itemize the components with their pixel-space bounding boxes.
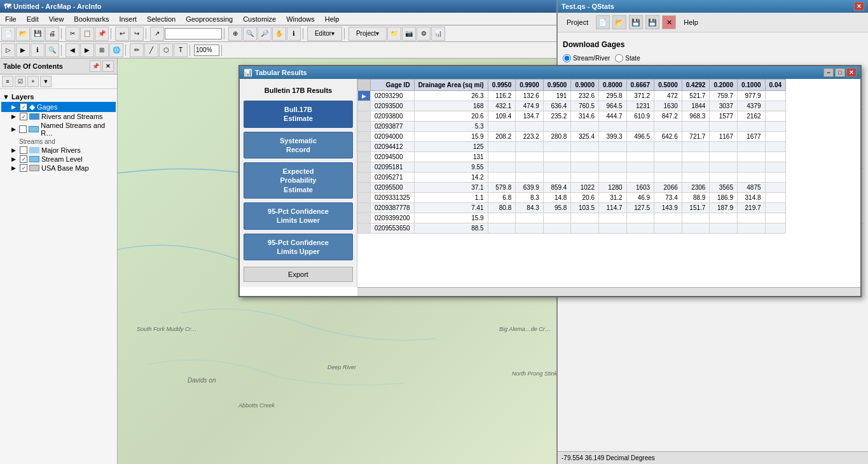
draw-tool[interactable]: ✏: [130, 43, 144, 57]
menu-edit[interactable]: Edit: [22, 14, 44, 24]
col-header-gage-id[interactable]: Gage ID: [371, 80, 415, 91]
paste-btn[interactable]: 📌: [95, 27, 109, 41]
usa-checkbox[interactable]: [20, 164, 27, 172]
editor-btn[interactable]: Editor▾: [307, 27, 342, 41]
menu-windows[interactable]: Windows: [281, 14, 320, 24]
stream-expand[interactable]: ▶: [11, 156, 18, 162]
undo-btn[interactable]: ↩: [115, 27, 129, 41]
menu-geoprocessing[interactable]: Geoprocessing: [181, 14, 238, 24]
gages-checkbox[interactable]: [20, 103, 27, 111]
qstats-close-icon[interactable]: ✕: [662, 15, 676, 29]
toc-add-btn[interactable]: +: [27, 76, 39, 87]
col-header-0950[interactable]: 0.9500: [543, 80, 571, 91]
stream-checkbox[interactable]: [20, 155, 27, 163]
arrow-tool[interactable]: ↗: [150, 27, 164, 41]
redo-btn[interactable]: ↪: [130, 27, 144, 41]
col-header-004[interactable]: 0.04: [765, 80, 785, 91]
confidence-lower-btn[interactable]: 95-Pct ConfidenceLimits Lower: [244, 202, 353, 230]
data-table-container[interactable]: Gage ID Drainage Area (sq mi) 0.9950 0.9…: [357, 79, 860, 287]
qstats-menu-help[interactable]: Help: [679, 15, 703, 29]
menu-help[interactable]: Help: [320, 14, 345, 24]
menu-selection[interactable]: Selection: [142, 14, 181, 24]
globe-btn[interactable]: 🌐: [109, 43, 123, 57]
rivers-expand[interactable]: ▶: [11, 113, 18, 120]
table-row[interactable]: 0209550037.1579.8639.9859.41022128016032…: [358, 183, 786, 193]
usa-expand[interactable]: ▶: [11, 165, 18, 171]
named-expand[interactable]: ▶: [11, 126, 17, 132]
col-header-0429[interactable]: 0.4292: [682, 80, 710, 91]
stream-river-radio-label[interactable]: Stream/River: [563, 54, 610, 62]
new-btn[interactable]: 📄: [1, 27, 15, 41]
named-checkbox[interactable]: [19, 125, 27, 133]
table-row[interactable]: 02093500168432.1474.9636.4760.5964.51231…: [358, 101, 786, 111]
copy-btn[interactable]: 📋: [80, 27, 94, 41]
table-row[interactable]: 02093313251.16.88.314.820.631.246.973.48…: [358, 193, 786, 203]
extent-btn[interactable]: ⊞: [95, 43, 109, 57]
tabular-minimize[interactable]: −: [823, 68, 834, 77]
table-row[interactable]: 0209527114.2: [358, 172, 786, 183]
select2-btn[interactable]: ▶: [16, 43, 30, 57]
col-header-0800[interactable]: 0.8000: [599, 80, 627, 91]
print-btn[interactable]: 🖨: [45, 27, 59, 41]
cut-btn[interactable]: ✂: [65, 27, 79, 41]
line-tool[interactable]: ╱: [144, 43, 158, 57]
qstats-close[interactable]: ✕: [854, 2, 864, 11]
toc-item-stream-level[interactable]: ▶ Stream Level: [1, 155, 116, 164]
menu-view[interactable]: View: [44, 14, 69, 24]
col-header-0667[interactable]: 0.6667: [626, 80, 654, 91]
pan-tool[interactable]: ✋: [272, 27, 286, 41]
tb-misc4[interactable]: 📊: [431, 27, 445, 41]
table-row[interactable]: 020939920015.9: [358, 213, 786, 223]
col-header-0500[interactable]: 0.5000: [654, 80, 682, 91]
bull17b-btn[interactable]: Bull.17BEstimate: [244, 101, 353, 128]
poly-tool[interactable]: ⬡: [159, 43, 173, 57]
confidence-upper-btn[interactable]: 95-Pct ConfidenceLimits Upper: [244, 234, 353, 261]
menu-file[interactable]: File: [0, 14, 22, 24]
toc-item-usa-basemap[interactable]: ▶ USA Base Map: [1, 164, 116, 172]
menu-customize[interactable]: Customize: [238, 14, 281, 24]
toc-item-rivers[interactable]: ▶ Rivers and Streams: [1, 112, 116, 121]
select-btn[interactable]: ▷: [1, 43, 15, 57]
map-nav[interactable]: ◀: [65, 43, 79, 57]
identify2-btn[interactable]: ℹ: [31, 43, 45, 57]
table-row[interactable]: 02094500131: [358, 152, 786, 162]
project-btn[interactable]: Project▾: [348, 27, 387, 41]
tb-misc1[interactable]: 📁: [387, 27, 401, 41]
qstats-save-icon[interactable]: 💾: [629, 15, 643, 29]
tabular-close[interactable]: ✕: [846, 68, 857, 77]
gages-expand[interactable]: ▶: [11, 104, 18, 110]
systematic-btn[interactable]: SystematicRecord: [244, 132, 353, 159]
state-radio[interactable]: [615, 54, 623, 62]
table-row[interactable]: ▶0209329026.3116.2132.6191232.6295.8371.…: [358, 91, 786, 101]
toc-item-named-streams[interactable]: ▶ Named Streams and R…: [1, 121, 116, 137]
toc-options-btn[interactable]: ▼: [40, 76, 52, 87]
tb-misc2[interactable]: 📷: [402, 27, 416, 41]
qstats-menu-project[interactable]: Project: [561, 15, 593, 29]
identify-tool[interactable]: ℹ: [287, 27, 301, 41]
display-input[interactable]: [194, 45, 219, 56]
toc-pin-btn[interactable]: 📌: [90, 60, 101, 72]
save-btn[interactable]: 💾: [31, 27, 45, 41]
zoom-in[interactable]: 🔍: [243, 27, 257, 41]
search-btn[interactable]: 🔍: [45, 43, 59, 57]
qstats-open-icon[interactable]: 📂: [612, 15, 626, 29]
table-row[interactable]: 020951819.55: [358, 162, 786, 172]
tb-misc3[interactable]: ⚙: [417, 27, 431, 41]
table-row[interactable]: 02093877787.4180.884.395.8103.5114.7127.…: [358, 203, 786, 213]
open-btn[interactable]: 📂: [16, 27, 30, 41]
qstats-saveas-icon[interactable]: 💾: [645, 15, 659, 29]
state-radio-label[interactable]: State: [615, 54, 640, 62]
zoom-full[interactable]: ⊕: [228, 27, 242, 41]
table-row[interactable]: 0209380020.6109.4134.7235.2314.6444.7610…: [358, 111, 786, 122]
qstats-new-icon[interactable]: 📄: [596, 15, 610, 29]
table-row[interactable]: 020938775.3: [358, 122, 786, 132]
major-checkbox[interactable]: [20, 146, 27, 154]
stream-river-radio[interactable]: [563, 54, 571, 62]
col-header-0200[interactable]: 0.2000: [710, 80, 738, 91]
scale-input[interactable]: 1:500,000: [165, 28, 222, 39]
table-row[interactable]: 0209400015.9208.2223.2280.8325.4399.3496…: [358, 132, 786, 142]
toc-check-btn[interactable]: ☑: [15, 76, 26, 87]
export-btn[interactable]: Export: [244, 267, 353, 282]
tabular-maximize[interactable]: □: [835, 68, 845, 77]
col-header-0900[interactable]: 0.9000: [571, 80, 599, 91]
